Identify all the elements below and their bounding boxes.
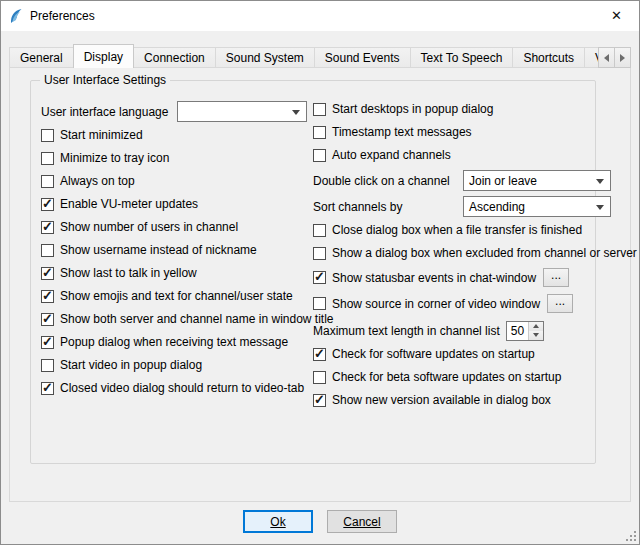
language-label: User interface language <box>41 105 177 119</box>
close-button[interactable]: ✕ <box>594 1 639 30</box>
chevron-down-icon <box>596 205 604 210</box>
checkbox-row[interactable]: Show new version available in dialog box <box>313 392 637 408</box>
sort-channels-combobox[interactable]: Ascending <box>463 196 611 217</box>
sort-channels-label: Sort channels by <box>313 200 463 214</box>
resize-grip[interactable] <box>624 529 637 542</box>
checkbox-row[interactable]: Check for software updates on startup <box>313 346 637 362</box>
sort-channels-row: Sort channels by Ascending <box>313 196 637 217</box>
tab-scroll-left-button[interactable] <box>598 47 615 68</box>
updates-checkbox[interactable] <box>313 348 326 361</box>
preferences-dialog: Preferences ✕ General Display Connection… <box>0 0 640 545</box>
checkbox-row[interactable]: Show a dialog box when excluded from cha… <box>313 245 637 261</box>
new-version-checkbox[interactable] <box>313 394 326 407</box>
tab-bar: General Display Connection Sound System … <box>9 44 631 68</box>
emojis-checkbox[interactable] <box>41 290 54 303</box>
ellipsis-icon: ... <box>551 271 561 279</box>
checkbox-row[interactable]: Start desktops in popup dialog <box>313 101 637 117</box>
max-text-length-spinbox[interactable]: 50 <box>506 321 544 341</box>
max-text-length-row: Maximum text length in channel list 50 <box>313 320 637 341</box>
minimize-to-tray-checkbox[interactable] <box>41 152 54 165</box>
close-icon: ✕ <box>611 8 622 23</box>
user-interface-settings-group: User Interface Settings User interface l… <box>30 80 596 464</box>
checkbox-row[interactable]: Start video in popup dialog <box>41 357 334 373</box>
video-source-checkbox[interactable] <box>313 297 326 310</box>
start-minimized-checkbox[interactable] <box>41 129 54 142</box>
spin-up-button[interactable] <box>529 322 543 331</box>
window-title-checkbox[interactable] <box>41 313 54 326</box>
checkbox-row[interactable]: Show username instead of nickname <box>41 242 334 258</box>
video-source-options-button[interactable]: ... <box>547 294 573 313</box>
tab-shortcuts[interactable]: Shortcuts <box>512 47 585 68</box>
tab-sound-events[interactable]: Sound Events <box>314 47 411 68</box>
checkbox-row[interactable]: Show last to talk in yellow <box>41 265 334 281</box>
vu-meter-checkbox[interactable] <box>41 198 54 211</box>
language-combobox[interactable] <box>177 101 307 122</box>
timestamp-checkbox[interactable] <box>313 126 326 139</box>
checkbox-row[interactable]: Always on top <box>41 173 334 189</box>
tab-connection[interactable]: Connection <box>133 47 216 68</box>
tab-display[interactable]: Display <box>73 44 134 68</box>
checkbox-row[interactable]: Show emojis and text for channel/user st… <box>41 288 334 304</box>
checkbox-row[interactable]: Check for beta software updates on start… <box>313 369 637 385</box>
checkbox-row[interactable]: Minimize to tray icon <box>41 150 334 166</box>
tab-scroller <box>599 47 631 68</box>
right-column: Start desktops in popup dialog Timestamp… <box>313 101 637 415</box>
checkbox-row[interactable]: Timestamp text messages <box>313 124 637 140</box>
arrow-right-icon <box>620 54 625 62</box>
ok-button[interactable]: Ok <box>243 510 313 533</box>
checkbox-row[interactable]: Popup dialog when receiving text message <box>41 334 334 350</box>
display-tab-pane: User Interface Settings User interface l… <box>9 67 631 502</box>
show-user-count-checkbox[interactable] <box>41 221 54 234</box>
show-username-checkbox[interactable] <box>41 244 54 257</box>
tab-strip: General Display Connection Sound System … <box>9 44 605 68</box>
double-click-row: Double click on a channel Join or leave <box>313 170 637 191</box>
popup-text-message-checkbox[interactable] <box>41 336 54 349</box>
file-transfer-close-checkbox[interactable] <box>313 224 326 237</box>
video-source-row: Show source in corner of video window ..… <box>313 294 637 313</box>
spin-down-button[interactable] <box>529 331 543 340</box>
tab-scroll-right-button[interactable] <box>614 47 631 68</box>
statusbar-events-checkbox[interactable] <box>313 271 326 284</box>
arrow-up-icon <box>533 324 539 328</box>
group-title: User Interface Settings <box>40 73 170 87</box>
ellipsis-icon: ... <box>555 297 565 305</box>
left-column: User interface language Start minimized … <box>41 101 334 403</box>
double-click-combobox[interactable]: Join or leave <box>463 170 611 191</box>
chevron-down-icon <box>596 179 604 184</box>
double-click-label: Double click on a channel <box>313 174 463 188</box>
video-popup-checkbox[interactable] <box>41 359 54 372</box>
checkbox-row[interactable]: Enable VU-meter updates <box>41 196 334 212</box>
tab-sound-system[interactable]: Sound System <box>215 47 315 68</box>
checkbox-row[interactable]: Start minimized <box>41 127 334 143</box>
beta-updates-checkbox[interactable] <box>313 371 326 384</box>
dialog-buttons: Ok Cancel <box>1 510 639 533</box>
desktops-popup-checkbox[interactable] <box>313 103 326 116</box>
checkbox-row[interactable]: Auto expand channels <box>313 147 637 163</box>
auto-expand-checkbox[interactable] <box>313 149 326 162</box>
app-logo-icon <box>8 8 24 24</box>
max-text-length-value: 50 <box>507 324 528 338</box>
language-row: User interface language <box>41 101 334 122</box>
max-text-length-label: Maximum text length in channel list <box>313 324 500 338</box>
double-click-value: Join or leave <box>469 174 537 188</box>
always-on-top-checkbox[interactable] <box>41 175 54 188</box>
checkbox-row[interactable]: Show both server and channel name in win… <box>41 311 334 327</box>
video-return-tab-checkbox[interactable] <box>41 382 54 395</box>
last-to-talk-checkbox[interactable] <box>41 267 54 280</box>
sort-channels-value: Ascending <box>469 200 525 214</box>
tab-general[interactable]: General <box>9 47 74 68</box>
checkbox-row[interactable]: Close dialog box when a file transfer is… <box>313 222 637 238</box>
statusbar-events-row: Show statusbar events in chat-window ... <box>313 268 637 287</box>
excluded-dialog-checkbox[interactable] <box>313 247 326 260</box>
title-bar[interactable]: Preferences ✕ <box>1 1 639 31</box>
cancel-button[interactable]: Cancel <box>327 510 397 533</box>
chevron-down-icon <box>292 110 300 115</box>
checkbox-row[interactable]: Closed video dialog should return to vid… <box>41 380 334 396</box>
arrow-left-icon <box>604 54 609 62</box>
spin-buttons <box>528 322 543 340</box>
arrow-down-icon <box>533 333 539 337</box>
window-title: Preferences <box>30 9 95 23</box>
statusbar-events-options-button[interactable]: ... <box>543 268 569 287</box>
checkbox-row[interactable]: Show number of users in channel <box>41 219 334 235</box>
tab-text-to-speech[interactable]: Text To Speech <box>410 47 514 68</box>
